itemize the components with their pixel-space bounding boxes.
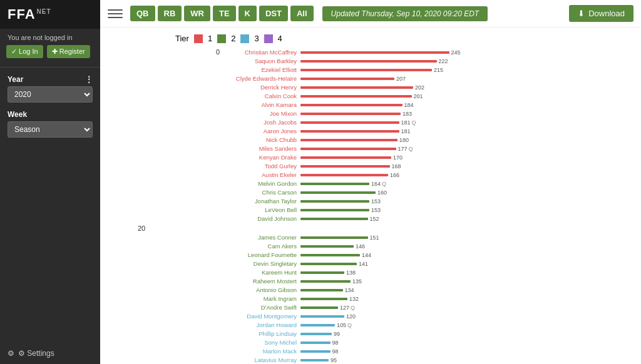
position-btn-all[interactable]: All [290,6,314,21]
year-select[interactable]: 2020 2019 2018 [8,86,93,103]
player-name: Aaron Jones [219,128,300,134]
player-rank: 134 [345,287,354,293]
player-rank: 202 [415,84,424,91]
q-marker: Q [412,119,416,126]
chart-container: Tier 1 2 3 4 0 Christian McCaffrey245Saq… [100,34,641,364]
player-bar [300,139,397,141]
player-name: Sony Michel [219,339,300,346]
main-content: QB RB WR TE K DST All Updated Thursday, … [100,0,641,364]
player-name: Kareem Hunt [219,269,300,276]
week-select[interactable]: Season Week 1 Week 2 [8,121,93,138]
player-name: Cam Akers [219,243,300,250]
player-rank: 177 [398,146,408,152]
settings-item[interactable]: ⚙ ⚙ Settings [0,343,100,364]
player-bar [300,350,331,353]
player-rank: 160 [377,190,387,196]
tier4-box [264,34,273,43]
player-name: Latavius Murray [219,356,300,363]
position-btn-wr[interactable]: WR [184,6,210,21]
player-bar [300,200,369,203]
player-bar [300,324,335,326]
player-bar [300,263,357,265]
table-row: Calvin Cook201 [219,92,628,100]
download-button[interactable]: ⬇ Download [569,5,633,22]
player-name: Jordan Howard [219,321,300,328]
player-rank: 153 [371,198,381,205]
table-row: Derrick Henry202 [219,83,628,91]
player-bar [300,271,344,274]
table-row: Raheem Mostert135 [219,277,628,285]
player-name: Joe Mixon [219,110,300,117]
table-row: Chris Carson160 [219,188,628,196]
table-row: Miles Sanders177Q [219,144,628,153]
week-label: Week [8,110,27,119]
table-row: Leonard Fournette144 [219,251,628,259]
player-name: Miles Sanders [219,145,300,152]
tier-legend: Tier 1 2 3 4 [138,34,628,43]
tier1-box [194,34,203,43]
player-bar [300,280,351,283]
week-section: Week Season Week 1 Week 2 [0,105,100,140]
table-row: Clyde Edwards-Helaire207 [219,74,628,83]
player-rank: 132 [349,296,359,302]
chart-area[interactable]: Tier 1 2 3 4 0 Christian McCaffrey245Saq… [100,28,641,364]
player-rank: 201 [414,93,423,99]
player-bar [300,191,376,194]
player-bar [300,306,338,309]
login-button[interactable]: ✓ Log In [6,45,43,58]
player-rank: 105 [337,322,346,328]
position-btn-te[interactable]: TE [213,6,236,21]
year-label: Year [8,75,23,84]
player-rank: 181 [401,119,411,126]
player-rank: 180 [399,137,409,143]
player-rank: 98 [332,340,339,346]
player-name: Jonathan Taylor [219,198,300,205]
player-rank: 135 [352,278,362,285]
player-bar [300,165,390,168]
player-rank: 141 [359,261,368,267]
table-row: Latavius Murray95 [219,356,628,364]
player-rank: 166 [390,172,399,178]
sidebar: FFANET You are not logged in ✓ Log In ✚ … [0,0,100,364]
player-rank: 99 [334,331,340,337]
table-row: Nick Chubb180 [219,136,628,144]
player-name: Mark Ingram [219,295,300,302]
player-name: Antonio Gibson [219,286,300,293]
player-name: Ezekiel Elliott [219,66,300,73]
player-name: Chris Carson [219,189,300,196]
position-btn-rb[interactable]: RB [158,6,182,21]
tier2-label: 2 [231,34,235,43]
table-row: David Johnson152 [219,215,628,223]
table-row: Melvin Gordon164Q [219,179,628,188]
logo: FFANET [8,6,51,23]
year-section: Year ⋮ 2020 2019 2018 [0,70,100,105]
player-bar [300,69,432,71]
player-name: Leonard Fournette [219,251,300,258]
player-name: Austin Ekeler [219,171,300,178]
player-bar [300,236,368,239]
table-row: D'Andre Swift127Q [219,303,628,311]
player-name: James Conner [219,234,300,241]
player-bar [300,218,368,220]
position-btn-dst[interactable]: DST [259,6,288,21]
player-name: Devin Singletary [219,260,300,267]
player-bar [300,183,369,185]
player-bar [300,121,399,124]
register-button[interactable]: ✚ Register [47,45,90,58]
player-name: Todd Gurley [219,163,300,169]
position-btn-qb[interactable]: QB [130,6,155,21]
player-name: Nick Chubb [219,136,300,143]
table-row: Marlon Mack98 [219,347,628,355]
settings-label: ⚙ Settings [18,349,54,358]
position-btn-k[interactable]: K [238,6,257,21]
player-name: LeVeon Bell [219,206,300,213]
player-rank: 151 [370,235,379,241]
player-bar [300,333,332,335]
player-rank: 146 [356,243,365,250]
player-name: Melvin Gordon [219,180,300,187]
player-rank: 152 [370,216,379,222]
menu-icon[interactable] [108,6,123,21]
q-marker: Q [409,146,413,152]
player-rank: 138 [346,270,356,276]
logo-text: FFA [8,6,36,22]
